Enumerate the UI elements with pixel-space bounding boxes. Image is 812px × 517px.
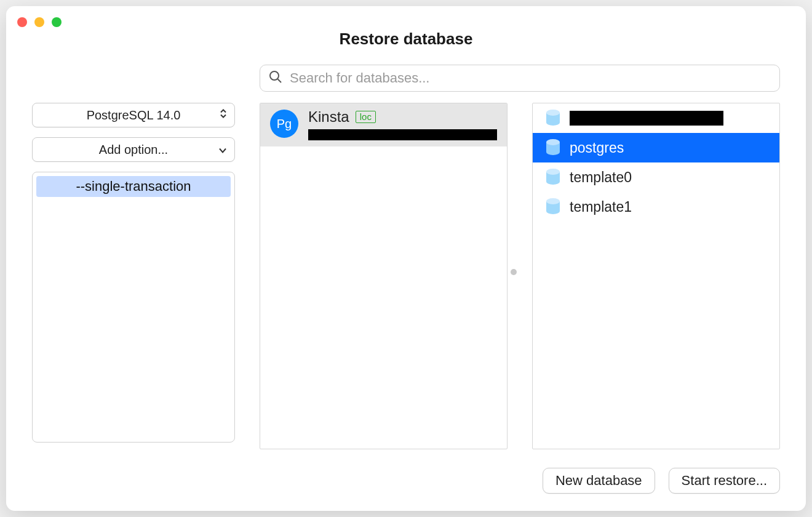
left-sidebar: PostgreSQL 14.0 Add option... --single-t… bbox=[32, 65, 235, 449]
database-icon bbox=[545, 169, 561, 186]
connection-text: Kinsta loc bbox=[308, 108, 497, 140]
minimize-window-button[interactable] bbox=[34, 17, 44, 27]
start-restore-button[interactable]: Start restore... bbox=[669, 468, 780, 494]
stepper-icon bbox=[220, 108, 227, 122]
chevron-down-icon bbox=[218, 143, 227, 157]
window-controls bbox=[17, 17, 62, 27]
postgres-version-select[interactable]: PostgreSQL 14.0 bbox=[32, 103, 235, 127]
svg-point-2 bbox=[546, 110, 560, 116]
dialog-title: Restore database bbox=[6, 6, 806, 65]
new-database-button[interactable]: New database bbox=[543, 468, 655, 494]
svg-point-4 bbox=[546, 169, 560, 175]
splitter-handle-icon bbox=[511, 269, 517, 275]
options-list: --single-transaction bbox=[32, 172, 235, 443]
svg-point-5 bbox=[546, 198, 560, 204]
option-item[interactable]: --single-transaction bbox=[36, 176, 231, 197]
zoom-window-button[interactable] bbox=[52, 17, 62, 27]
database-name: postgres bbox=[570, 140, 624, 156]
close-window-button[interactable] bbox=[17, 17, 27, 27]
search-field[interactable] bbox=[260, 65, 780, 92]
database-icon bbox=[545, 198, 561, 215]
search-input[interactable] bbox=[290, 70, 771, 86]
database-item[interactable]: template1 bbox=[533, 192, 779, 222]
postgres-version-value: PostgreSQL 14.0 bbox=[87, 108, 181, 122]
connection-subtitle-redacted bbox=[308, 129, 497, 140]
dialog-body: PostgreSQL 14.0 Add option... --single-t… bbox=[6, 65, 806, 449]
connection-tag: loc bbox=[356, 111, 376, 123]
main-area: Pg Kinsta loc bbox=[260, 65, 780, 449]
connection-item[interactable]: Pg Kinsta loc bbox=[260, 103, 507, 146]
connection-name: Kinsta bbox=[308, 108, 349, 126]
split-panes: Pg Kinsta loc bbox=[260, 103, 780, 449]
database-item[interactable]: template0 bbox=[533, 162, 779, 192]
dialog-footer: New database Start restore... bbox=[6, 449, 806, 511]
search-icon bbox=[269, 70, 282, 86]
database-name-redacted bbox=[570, 111, 723, 126]
svg-point-3 bbox=[546, 139, 560, 145]
database-name: template0 bbox=[570, 169, 632, 186]
databases-pane: postgres template0 bbox=[532, 103, 780, 449]
database-icon bbox=[545, 110, 561, 127]
svg-line-1 bbox=[278, 79, 282, 83]
postgres-logo-icon: Pg bbox=[270, 110, 298, 138]
database-name: template1 bbox=[570, 199, 632, 215]
database-icon bbox=[545, 139, 561, 156]
add-option-label: Add option... bbox=[99, 143, 168, 157]
button-label: New database bbox=[555, 473, 642, 489]
connections-pane: Pg Kinsta loc bbox=[260, 103, 507, 449]
database-item[interactable] bbox=[533, 103, 779, 133]
button-label: Start restore... bbox=[682, 473, 767, 489]
add-option-select[interactable]: Add option... bbox=[32, 137, 235, 162]
database-item[interactable]: postgres bbox=[533, 133, 779, 162]
dialog-window: Restore database PostgreSQL 14.0 Add opt… bbox=[6, 6, 806, 511]
svg-point-0 bbox=[270, 71, 279, 80]
